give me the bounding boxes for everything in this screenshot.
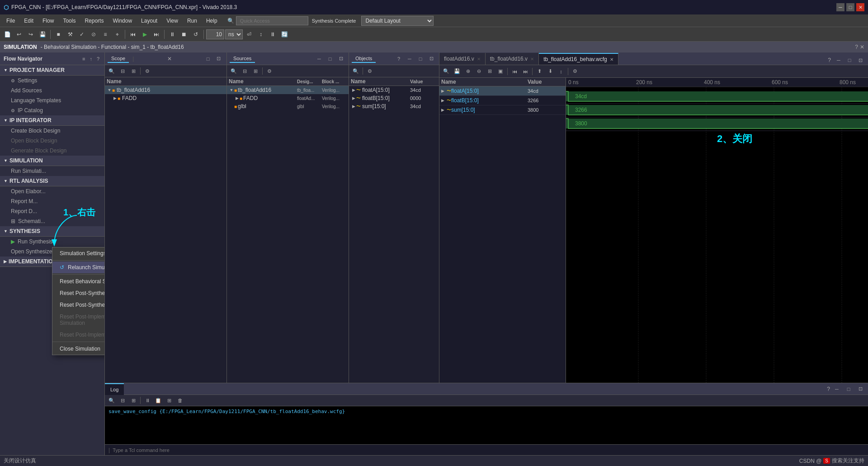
sources-gear-button[interactable]: ⚙ [264, 67, 274, 76]
log-search-button[interactable]: 🔍 [107, 396, 117, 405]
nav-item-add-sources[interactable]: Add Sources [0, 86, 104, 95]
obj-row-floatB[interactable]: ▶ 〜 floatB[15:0] 0000 [349, 94, 439, 102]
objects-search-button[interactable]: 🔍 [351, 67, 361, 76]
flow-nav-collapse[interactable]: ↑ [88, 56, 94, 62]
log-command-input[interactable] [113, 447, 864, 453]
menu-window[interactable]: Window [108, 14, 137, 27]
wf-next-edge-button[interactable]: ⏭ [520, 67, 530, 76]
run-time-button[interactable]: ⏎ [244, 29, 255, 40]
objects-expand-button[interactable]: □ [415, 54, 425, 63]
nav-item-open-elaborated[interactable]: Open Elabor... [0, 186, 104, 196]
check-button[interactable]: ✓ [76, 29, 87, 40]
loop-button[interactable]: 🔄 [279, 29, 290, 40]
menu-layout[interactable]: Layout [137, 14, 162, 27]
log-table-button[interactable]: ⊞ [164, 396, 174, 405]
wf-save-button[interactable]: 💾 [452, 67, 462, 76]
sources-expand-button[interactable]: □ [325, 54, 335, 63]
log-fullscreen-button[interactable]: ⊡ [855, 385, 865, 394]
nav-section-synth-header[interactable]: ▼ SYNTHESIS [0, 226, 104, 237]
objects-tab[interactable]: Objects [352, 55, 376, 63]
layout-select-wrap[interactable]: Default Layout [361, 16, 434, 26]
scope-tree-row-tb[interactable]: ▼ ■ tb_floatAdd16 [105, 86, 226, 94]
waveform-tab-floatadd-v[interactable]: floatAdd16.v ✕ [439, 53, 486, 65]
sources-row-tb[interactable]: ▼ ■ tb_floatAdd16 tb_floa... Verilog... [227, 86, 349, 94]
sim-stop-button[interactable]: ⏹ [179, 29, 189, 40]
menu-reports[interactable]: Reports [80, 14, 108, 27]
sources-expand2-button[interactable]: ⊞ [250, 67, 260, 76]
format-button[interactable]: ≡ [100, 29, 111, 40]
quick-access-input[interactable] [236, 16, 308, 25]
scope-gear-button[interactable]: ⚙ [142, 67, 152, 76]
wf-zoom-in-button[interactable]: ⊕ [463, 67, 473, 76]
log-pause-button[interactable]: ⏸ [142, 396, 152, 405]
sim-reset-button[interactable]: ⏮ [127, 29, 138, 40]
scope-expand2-button[interactable]: ⊞ [128, 67, 138, 76]
compile-button[interactable]: ⚒ [65, 29, 75, 40]
time-unit-select[interactable]: ns ps us [225, 29, 243, 39]
close-icon[interactable]: ✕ [860, 44, 864, 50]
redo-button[interactable]: ↪ [25, 29, 36, 40]
scope-tree-row-fadd[interactable]: ▶ ■ FADD [105, 94, 226, 102]
menu-file[interactable]: File [2, 14, 19, 27]
flow-nav-pin[interactable]: ≡ [81, 56, 86, 62]
wf-minimize-button[interactable]: ─ [834, 56, 844, 65]
scope-close-button[interactable]: ✕ [167, 56, 172, 62]
log-delete-button[interactable]: 🗑 [175, 396, 185, 405]
wf-fit-sel-button[interactable]: ▣ [495, 67, 505, 76]
nav-item-report-m[interactable]: Report M... [0, 196, 104, 206]
nav-section-ip-header[interactable]: ▼ IP INTEGRATOR [0, 115, 104, 126]
objects-question-button[interactable]: ? [394, 54, 404, 63]
waveform-tab-tb-v[interactable]: tb_floatAdd16.v ✕ [486, 53, 539, 65]
menu-flow[interactable]: Flow [38, 14, 58, 27]
sources-row-fadd[interactable]: ▶ ■ FADD floatAd... Verilog... [227, 94, 349, 102]
wf-expand-button[interactable]: □ [844, 56, 854, 65]
ctx-reset-post-synth-func[interactable]: Reset Post-Synthesis Functional Simulati… [52, 287, 105, 299]
wf-fullscreen-button[interactable]: ⊡ [855, 56, 865, 65]
fit-button[interactable]: ↕ [255, 29, 266, 40]
nav-item-ip-catalog[interactable]: ⚙ IP Catalog [0, 105, 104, 115]
nav-item-schematic[interactable]: ⊞ Schemati... [0, 216, 104, 226]
snap-button[interactable]: ⌖ [112, 29, 123, 40]
wf-zoom-out-button[interactable]: ⊖ [474, 67, 484, 76]
wf-add-marker-button[interactable]: ⬆ [534, 67, 544, 76]
obj-row-sum[interactable]: ▶ 〜 sum[15:0] 34cd [349, 102, 439, 110]
nav-section-sim-header[interactable]: ▼ SIMULATION [0, 156, 104, 166]
scope-fullscreen-button[interactable]: ⊡ [214, 54, 224, 63]
nav-item-settings[interactable]: ⚙ Settings [0, 76, 104, 86]
log-expand-button[interactable]: □ [844, 385, 854, 394]
sources-row-glbl[interactable]: ■ glbl glbl Verilog... [227, 102, 349, 110]
log-expand2-button[interactable]: ⊞ [128, 396, 138, 405]
sources-tab[interactable]: Sources [230, 55, 255, 63]
new-file-button[interactable]: 📄 [2, 29, 13, 40]
undo-button[interactable]: ↩ [14, 29, 24, 40]
wf-toggle-button[interactable]: ↕ [556, 67, 566, 76]
layout-select[interactable]: Default Layout [361, 16, 434, 26]
nav-section-rtl-header[interactable]: ▼ RTL ANALYSIS [0, 176, 104, 186]
wf-settings-button[interactable]: ⚙ [570, 67, 580, 76]
waveform-tab-wcfg[interactable]: tb_floatAdd16_behav.wcfg ✕ [539, 53, 618, 65]
ctx-relaunch-simulation[interactable]: ↺ Relaunch Simulation [52, 262, 105, 273]
close-button[interactable]: ✕ [856, 3, 864, 11]
sim-restart-button[interactable]: ↺ [190, 29, 201, 40]
sources-fullscreen-button[interactable]: ⊡ [336, 54, 346, 63]
log-minimize-button[interactable]: ─ [832, 385, 842, 394]
nav-item-report-d[interactable]: Report D... [0, 206, 104, 216]
log-tab-log[interactable]: Log [105, 383, 124, 395]
ctx-reset-post-synth-timing[interactable]: Reset Post-Synthesis Timing Simulation [52, 299, 105, 311]
flow-nav-question[interactable]: ? [95, 56, 101, 62]
menu-view[interactable]: View [162, 14, 183, 27]
sim-play-button[interactable]: ▶ [139, 29, 150, 40]
ctx-reset-behavioral[interactable]: Reset Behavioral Simulation [52, 276, 105, 287]
ctx-close-simulation[interactable]: Close Simulation [52, 343, 105, 355]
log-copy-button[interactable]: 📋 [153, 396, 163, 405]
nav-section-project-header[interactable]: ▼ PROJECT MANAGER [0, 65, 104, 76]
signal-row-floatB[interactable]: ▶ 〜 floatB[15:0] 3266 [439, 96, 566, 105]
minimize-button[interactable]: ─ [836, 3, 844, 11]
sim-pause-button[interactable]: ⏸ [167, 29, 178, 40]
obj-row-floatA[interactable]: ▶ 〜 floatA[15:0] 34cd [349, 86, 439, 94]
menu-run[interactable]: Run [183, 14, 202, 27]
wf-prev-edge-button[interactable]: ⏮ [509, 67, 519, 76]
menu-edit[interactable]: Edit [19, 14, 38, 27]
sources-collapse-button[interactable]: ⊟ [240, 67, 250, 76]
objects-gear-button[interactable]: ⚙ [365, 67, 375, 76]
